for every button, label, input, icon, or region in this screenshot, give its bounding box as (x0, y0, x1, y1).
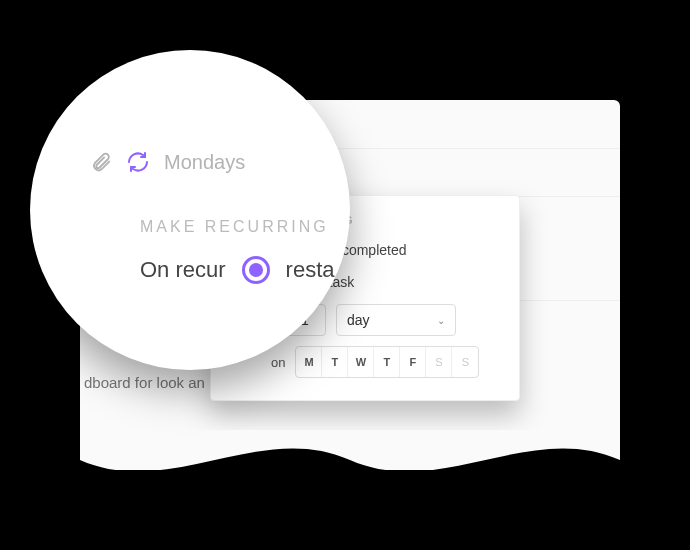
option-label: make new task (261, 274, 354, 290)
day-s2[interactable]: S (452, 347, 478, 377)
on-label: on (271, 355, 285, 370)
every-count-input[interactable]: 1 (284, 304, 326, 336)
recurring-popup: MAKE RECURRING restart when completed ma… (210, 195, 520, 401)
row-divider (80, 148, 620, 196)
unit-value: day (347, 312, 370, 328)
day-picker[interactable]: M T W T F S S (295, 346, 479, 378)
day-m[interactable]: M (296, 347, 322, 377)
every-unit-select[interactable]: day ⌄ (336, 304, 456, 336)
radio-unselected-icon[interactable] (231, 272, 251, 292)
days-row: on M T W T F S S (231, 346, 499, 378)
option-restart[interactable]: restart when completed (231, 240, 499, 260)
radio-selected-icon[interactable] (231, 240, 251, 260)
every-label: vy (261, 313, 274, 328)
day-t2[interactable]: T (374, 347, 400, 377)
day-f[interactable]: F (400, 347, 426, 377)
option-label: restart when completed (261, 242, 407, 258)
day-s1[interactable]: S (426, 347, 452, 377)
chevron-down-icon: ⌄ (437, 315, 445, 326)
radio-unselected-icon[interactable] (231, 310, 251, 330)
day-w[interactable]: W (348, 347, 374, 377)
option-new-task[interactable]: make new task (231, 272, 499, 292)
popup-heading: MAKE RECURRING (231, 214, 499, 226)
torn-edge-decoration (80, 430, 620, 550)
day-t1[interactable]: T (322, 347, 348, 377)
background-task-text: dboard for look an (84, 374, 205, 391)
every-row: vy 1 day ⌄ (231, 304, 499, 336)
